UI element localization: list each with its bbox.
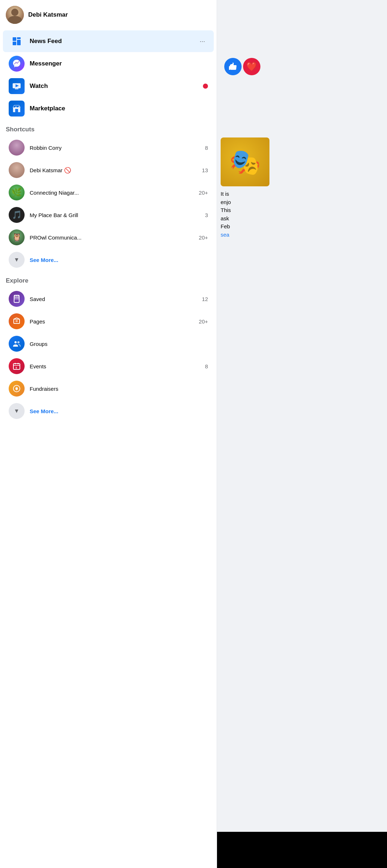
shortcut-label-1: Debi Katsmar 🚫	[30, 167, 197, 174]
events-badge: 8	[205, 363, 208, 369]
explore-groups[interactable]: Groups	[3, 333, 214, 355]
svg-point-14	[14, 341, 17, 343]
profile-name: Debi Katsmar	[28, 11, 68, 18]
svg-rect-0	[13, 37, 16, 41]
pages-badge: 20+	[199, 318, 208, 325]
explore-see-more-label: See More...	[30, 408, 58, 414]
post-text: It is enjo This ask Feb sea	[221, 190, 387, 239]
saved-label: Saved	[30, 296, 197, 302]
groups-icon	[9, 336, 25, 352]
shortcut-avatar-debi	[9, 162, 25, 178]
watch-notification-dot	[203, 84, 208, 89]
profile-row[interactable]: Debi Katsmar	[0, 3, 217, 30]
shortcut-label-0: Robbin Corry	[30, 145, 200, 151]
explore-fundraisers[interactable]: Fundraisers	[3, 378, 214, 399]
nav-item-marketplace[interactable]: Marketplace	[3, 98, 214, 119]
avatar	[6, 6, 24, 24]
saved-badge: 12	[202, 296, 208, 302]
explore-pages[interactable]: Pages 20+	[3, 310, 214, 332]
shortcut-avatar-robbin	[9, 140, 25, 156]
shortcut-myplace-bar-grill[interactable]: 🎵 My Place Bar & Grill 3	[3, 204, 214, 226]
like-button[interactable]	[224, 58, 242, 75]
svg-rect-23	[229, 66, 230, 70]
saved-icon	[9, 291, 25, 307]
shortcut-badge-0: 8	[205, 145, 208, 151]
explore-see-more[interactable]: ▼ See More...	[3, 400, 214, 422]
shortcut-connecting-niagar[interactable]: 🌿 Connecting Niagar... 20+	[3, 182, 214, 203]
groups-label: Groups	[30, 341, 203, 347]
fundraisers-label: Fundraisers	[30, 386, 203, 392]
post-link[interactable]: sea	[221, 232, 229, 238]
events-label: Events	[30, 363, 200, 369]
svg-rect-2	[17, 37, 21, 39]
marketplace-label: Marketplace	[30, 105, 208, 112]
explore-see-more-icon: ▼	[9, 403, 25, 419]
shortcut-debi-katsmar[interactable]: Debi Katsmar 🚫 13	[3, 159, 214, 181]
pages-icon	[9, 313, 25, 329]
explore-events[interactable]: 9 Events 8	[3, 355, 214, 377]
shortcuts-header: Shortcuts	[0, 120, 217, 136]
shortcut-prowl-communica[interactable]: 🦉 PROwl Communica... 20+	[3, 226, 214, 248]
shortcut-badge-2: 20+	[199, 190, 208, 196]
black-bar	[217, 832, 387, 868]
events-icon: 9	[9, 358, 25, 374]
love-button[interactable]: ❤️	[243, 58, 260, 75]
nav-item-newsfeed[interactable]: News Feed ···	[3, 30, 214, 52]
shortcut-badge-1: 13	[202, 167, 208, 173]
sidebar: Debi Katsmar News Feed ··· Messenger	[0, 0, 217, 868]
svg-rect-10	[14, 295, 19, 297]
svg-rect-8	[15, 109, 18, 112]
shortcut-label-3: My Place Bar & Grill	[30, 212, 200, 218]
privacy-icon: 🚫	[64, 167, 71, 173]
fundraisers-icon	[9, 381, 25, 397]
reaction-area: ❤️	[224, 58, 260, 75]
shortcuts-see-more[interactable]: ▼ See More...	[3, 249, 214, 271]
explore-header: Explore	[0, 271, 217, 287]
svg-rect-11	[14, 319, 20, 323]
shortcut-avatar-prowl: 🦉	[9, 229, 25, 245]
svg-point-22	[16, 388, 18, 390]
shortcut-avatar-connecting: 🌿	[9, 185, 25, 200]
newsfeed-label: News Feed	[30, 38, 192, 45]
newsfeed-dots[interactable]: ···	[197, 36, 208, 47]
svg-point-15	[17, 341, 20, 343]
explore-saved[interactable]: Saved 12	[3, 288, 214, 310]
theater-image: 🎭	[221, 137, 269, 186]
svg-rect-3	[17, 40, 21, 45]
watch-label: Watch	[30, 82, 208, 90]
shortcut-badge-3: 3	[205, 212, 208, 218]
svg-rect-6	[15, 88, 18, 89]
shortcut-avatar-myplace: 🎵	[9, 207, 25, 223]
shortcut-robbin-corry[interactable]: Robbin Corry 8	[3, 137, 214, 158]
watch-icon	[9, 78, 25, 94]
newsfeed-icon	[9, 33, 25, 49]
shortcuts-see-more-label: See More...	[30, 257, 58, 263]
shortcut-label-2: Connecting Niagar...	[30, 190, 194, 196]
shortcut-badge-4: 20+	[199, 234, 208, 241]
shortcut-label-4: PROwl Communica...	[30, 234, 194, 241]
svg-rect-1	[13, 42, 16, 45]
messenger-label: Messenger	[30, 60, 208, 67]
marketplace-icon	[9, 101, 25, 117]
right-panel: ❤️ 🎭 It is enjo This ask Feb sea	[217, 0, 387, 868]
pages-label: Pages	[30, 318, 194, 325]
see-more-icon: ▼	[9, 252, 25, 268]
nav-item-messenger[interactable]: Messenger	[3, 53, 214, 75]
messenger-icon	[9, 56, 25, 72]
nav-item-watch[interactable]: Watch	[3, 75, 214, 97]
svg-text:9: 9	[16, 367, 17, 369]
